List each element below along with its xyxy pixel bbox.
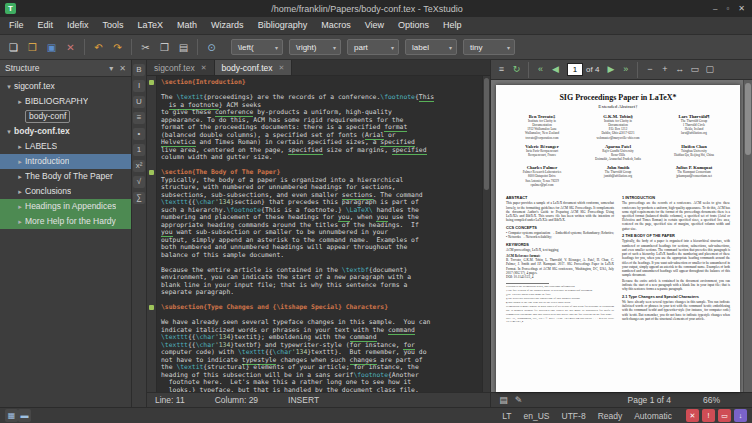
scrollbar-thumb[interactable] [484, 78, 489, 190]
expander-icon[interactable]: ▾ [4, 79, 14, 94]
structure-item-sigconf-tex[interactable]: ▾sigconf.tex [0, 79, 131, 94]
structure-item-body-conf[interactable]: body-conf [0, 109, 131, 124]
badbox-badge[interactable]: ▭ [718, 409, 731, 422]
warning-badge[interactable]: ! [702, 409, 715, 422]
fit-page-icon[interactable]: ▭ [687, 62, 702, 77]
menu-macros[interactable]: Macros [314, 17, 358, 34]
menu-bibliography[interactable]: Bibliography [251, 17, 315, 34]
reload-icon[interactable]: ↻ [509, 62, 524, 77]
maximize-button[interactable]: ▫ [726, 4, 729, 13]
copy-icon[interactable]: ❐ [156, 39, 173, 56]
combo-sectioning[interactable]: part▾ [347, 39, 399, 55]
italic-icon[interactable]: I [133, 80, 145, 92]
expander-icon[interactable]: ▸ [15, 139, 25, 154]
expander-icon[interactable]: ▾ [4, 124, 14, 139]
save-icon[interactable]: ▣ [43, 39, 60, 56]
structure-item-more-help-for-the-hardy[interactable]: ▸More Help for the Hardy [0, 214, 131, 229]
tab-body-conf-tex[interactable]: body-conf.tex✕ [215, 60, 293, 75]
combo-left-delimiter[interactable]: \left(▾ [231, 39, 283, 55]
undo-icon[interactable]: ↶ [90, 39, 107, 56]
expander-icon[interactable]: ▸ [15, 154, 25, 169]
menu-math[interactable]: Math [170, 17, 204, 34]
expander-icon[interactable]: ▸ [15, 169, 25, 184]
first-page-icon[interactable]: « [533, 62, 548, 77]
minimize-button[interactable]: – [713, 4, 717, 13]
sum-icon[interactable]: ∑ [133, 192, 145, 204]
expander-icon[interactable]: ▸ [15, 199, 25, 214]
close-button[interactable]: ✕ [738, 4, 745, 13]
gutter-line [147, 214, 156, 222]
error-badge[interactable]: ✕ [686, 409, 699, 422]
structure-item-conclusions[interactable]: ▸Conclusions [0, 184, 131, 199]
toolbar-separator [528, 62, 529, 78]
itemize-icon[interactable]: • [133, 128, 145, 140]
zoom-in-icon[interactable]: + [657, 62, 672, 77]
expander-icon[interactable]: ▸ [15, 184, 25, 199]
menu-edit[interactable]: Edit [31, 17, 61, 34]
prev-page-icon[interactable]: ◀ [548, 62, 563, 77]
combo-right-delimiter[interactable]: \right)▾ [289, 39, 341, 55]
expander-icon[interactable]: ▸ [15, 214, 25, 229]
next-page-icon[interactable]: ▶ [603, 62, 618, 77]
update-badge[interactable]: ↓ [734, 409, 747, 422]
tab-sigconf-tex[interactable]: sigconf.tex✕ [147, 60, 215, 75]
thumbnails-icon[interactable]: ▤ [496, 393, 511, 408]
cut-icon[interactable]: ✂ [137, 39, 154, 56]
expander-icon[interactable]: ▸ [15, 94, 25, 109]
structure-item-label: Headings in Appendices [25, 199, 116, 214]
status-message[interactable]: Ready [598, 411, 623, 421]
tab-close-icon[interactable]: ✕ [279, 64, 285, 72]
pdf-menu-icon[interactable]: ≡ [494, 62, 509, 77]
line-ending[interactable]: Automatic [634, 411, 672, 421]
panel-close-icon[interactable]: ✕ [119, 64, 126, 73]
menu-wizards[interactable]: Wizards [204, 17, 251, 34]
spell-language[interactable]: en_US [524, 411, 550, 421]
grammar-language[interactable]: LT [502, 411, 511, 421]
log-toggle-icon[interactable]: ▬ [18, 409, 31, 422]
last-page-icon[interactable]: » [618, 62, 633, 77]
menu-view[interactable]: View [358, 17, 391, 34]
menu-options[interactable]: Options [391, 17, 436, 34]
math-mode-icon[interactable]: √ [133, 176, 145, 188]
page-number-input[interactable] [567, 63, 583, 76]
combo-references[interactable]: label▾ [405, 39, 457, 55]
close-file-icon[interactable]: ✕ [62, 39, 79, 56]
code-editor[interactable]: \section{Introduction}The \textit{procee… [157, 76, 482, 392]
menu-help[interactable]: Help [436, 17, 469, 34]
fullscreen-icon[interactable]: ▢ [702, 62, 717, 77]
align-center-icon[interactable]: ≡ [133, 112, 145, 124]
toolbar-separator [197, 39, 198, 55]
open-file-icon[interactable]: ❒ [24, 39, 41, 56]
new-file-icon[interactable]: ❏ [5, 39, 22, 56]
superscript-icon[interactable]: x² [133, 160, 145, 172]
underline-icon[interactable]: U [133, 96, 145, 108]
panel-dropdown-icon[interactable]: ▾ [109, 64, 113, 73]
structure-item-labels[interactable]: ▸LABELS [0, 139, 131, 154]
redo-icon[interactable]: ↷ [109, 39, 126, 56]
tab-close-icon[interactable]: ✕ [201, 64, 207, 72]
structure-item-introduction[interactable]: ▸Introduction [0, 154, 131, 169]
structure-item-the-body-of-the-paper[interactable]: ▸The Body of The Paper [0, 169, 131, 184]
zoom-out-icon[interactable]: − [642, 62, 657, 77]
menu-tools[interactable]: Tools [96, 17, 131, 34]
structure-item-bibliography[interactable]: ▸BIBLIOGRAPHY [0, 94, 131, 109]
structure-toggle-icon[interactable]: ▦ [5, 409, 18, 422]
structure-item-headings-in-appendices[interactable]: ▸Headings in Appendices [0, 199, 131, 214]
scrollbar-thumb[interactable] [745, 83, 751, 155]
fit-width-icon[interactable]: ↔ [672, 62, 687, 77]
find-icon[interactable]: ⊙ [203, 39, 220, 56]
editor-scrollbar[interactable] [482, 76, 490, 392]
pdf-scrollbar[interactable] [743, 80, 752, 392]
menu-latex[interactable]: LaTeX [131, 17, 171, 34]
encoding[interactable]: UTF-8 [562, 411, 586, 421]
pdf-view[interactable]: SIG Proceedings Paper in LaTeX* Extended… [491, 80, 752, 392]
menu-idefix[interactable]: Idefix [60, 17, 96, 34]
paste-icon[interactable]: ▤ [175, 39, 192, 56]
annotate-icon[interactable]: ✎ [511, 393, 526, 408]
combo-font-size[interactable]: tiny▾ [463, 39, 515, 55]
menu-file[interactable]: File [2, 17, 31, 34]
bold-icon[interactable]: B [133, 64, 145, 76]
enumerate-icon[interactable]: 1 [133, 144, 145, 156]
structure-item-body-conf-tex[interactable]: ▾body-conf.tex [0, 124, 131, 139]
gutter-line [147, 117, 156, 125]
